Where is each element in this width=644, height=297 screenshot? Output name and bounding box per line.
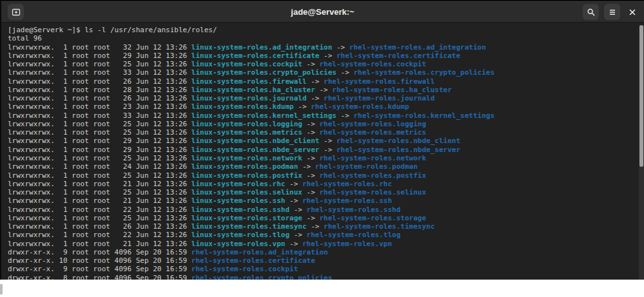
directory-name: rhel-system-roles.firewall — [324, 77, 434, 86]
terminal-line: lrwxrwxrwx. 1 root root 26 Jun 12 13:26 … — [8, 77, 644, 86]
terminal-output[interactable]: [jade@Serverk ~]$ ls -l /usr/share/ansib… — [3, 24, 644, 280]
menu-button[interactable] — [604, 4, 620, 20]
scrollbar[interactable] — [639, 25, 644, 280]
plain-text: -> — [319, 137, 337, 145]
plain-text: -> — [289, 231, 307, 239]
symlink-name: linux-system-roles.journald — [191, 94, 307, 102]
plain-text: drwxr-xr-x. 9 root root 4096 Sep 20 16:5… — [8, 265, 191, 273]
plain-text: -> — [337, 68, 354, 77]
directory-name: rhel-system-roles.metrics — [319, 128, 426, 137]
directory-name: rhel-system-roles.certificate — [337, 52, 460, 60]
plain-text: lrwxrwxrwx. 1 root root 21 Jun 12 13:26 — [8, 240, 191, 248]
plain-text: -> — [294, 102, 311, 111]
plain-text: lrwxrwxrwx. 1 root root 26 Jun 12 13:26 — [8, 222, 191, 231]
terminal-line: drwxr-xr-x. 10 root root 4096 Sep 20 16:… — [8, 256, 644, 265]
plain-text: drwxr-xr-x. 10 root root 4096 Sep 20 16:… — [8, 256, 191, 265]
directory-name: rhel-system-roles.ad_integration — [349, 43, 486, 52]
symlink-name: linux-system-roles.storage — [191, 214, 302, 222]
plain-text: -> — [289, 206, 307, 214]
plain-text: lrwxrwxrwx. 1 root root 32 Jun 12 13:26 — [8, 43, 191, 52]
terminal-line: lrwxrwxrwx. 1 root root 29 Jun 12 13:26 … — [8, 137, 644, 145]
plain-text: lrwxrwxrwx. 1 root root 25 Jun 12 13:26 — [8, 214, 191, 222]
symlink-name: linux-system-roles.selinux — [191, 188, 302, 196]
symlink-name: linux-system-roles.cockpit — [191, 60, 302, 68]
symlink-name: linux-system-roles.sshd — [191, 206, 289, 214]
plain-text: lrwxrwxrwx. 1 root root 26 Jun 12 13:26 — [8, 94, 191, 102]
directory-name: rhel-system-roles.crypto_policies — [353, 68, 494, 77]
plain-text: lrwxrwxrwx. 1 root root 24 Jun 12 13:26 — [8, 162, 191, 171]
plain-text: lrwxrwxrwx. 1 root root 25 Jun 12 13:26 — [8, 188, 191, 196]
plain-text: drwxr-xr-x. 8 root root 4096 Sep 20 16:5… — [8, 274, 191, 280]
plain-text: lrwxrwxrwx. 1 root root 33 Jun 12 13:26 — [8, 68, 191, 77]
plain-text: lrwxrwxrwx. 1 root root 25 Jun 12 13:26 — [8, 171, 191, 180]
plain-text: lrwxrwxrwx. 1 root root 25 Jun 12 13:26 — [8, 154, 191, 162]
directory-name: rhel-system-roles.journald — [324, 94, 434, 102]
terminal-line: drwxr-xr-x. 8 root root 4096 Sep 20 16:5… — [8, 274, 644, 280]
directory-name: rhel-system-roles.logging — [319, 120, 426, 128]
directory-name: rhel-system-roles.cockpit — [191, 265, 298, 273]
plain-text: -> — [302, 188, 320, 196]
terminal-line: lrwxrwxrwx. 1 root root 25 Jun 12 13:26 … — [8, 128, 644, 137]
terminal-line: lrwxrwxrwx. 1 root root 21 Jun 12 13:26 … — [8, 196, 644, 205]
plain-text: -> — [307, 77, 324, 86]
directory-name: rhel-system-roles.sshd — [307, 206, 401, 214]
directory-name: rhel-system-roles.tlog — [307, 231, 401, 239]
directory-name: rhel-system-roles.kernel_settings — [353, 111, 494, 120]
symlink-name: linux-system-roles.tlog — [191, 231, 289, 239]
plain-text: -> — [298, 162, 315, 171]
symlink-name: linux-system-roles.kernel_settings — [191, 111, 337, 120]
symlink-name: linux-system-roles.certificate — [191, 52, 320, 60]
directory-name: rhel-system-roles.ssh — [302, 196, 392, 205]
plain-text: lrwxrwxrwx. 1 root root 25 Jun 12 13:26 — [8, 60, 191, 68]
terminal-line: lrwxrwxrwx. 1 root root 25 Jun 12 13:26 … — [8, 120, 644, 128]
directory-name: rhel-system-roles.postfix — [319, 171, 426, 180]
search-button[interactable] — [583, 4, 599, 20]
symlink-name: linux-system-roles.ssh — [191, 196, 286, 205]
symlink-name: linux-system-roles.podman — [191, 162, 298, 171]
close-button[interactable] — [624, 4, 640, 20]
terminal-window: jade@Serverk:~ [jade@Serverk ~]$ ls -l /… — [0, 0, 644, 280]
plain-text: lrwxrwxrwx. 1 root root 29 Jun 12 13:26 — [8, 146, 191, 154]
terminal-line: lrwxrwxrwx. 1 root root 25 Jun 12 13:26 … — [8, 188, 644, 196]
plain-text: lrwxrwxrwx. 1 root root 23 Jun 12 13:26 — [8, 102, 191, 111]
titlebar[interactable]: jade@Serverk:~ — [1, 1, 644, 23]
plain-text: lrwxrwxrwx. 1 root root 21 Jun 12 13:26 — [8, 180, 191, 188]
plain-text: -> — [285, 196, 302, 205]
scrollbar-thumb[interactable] — [639, 25, 643, 167]
directory-name: rhel-system-roles.podman — [315, 162, 418, 171]
plain-text: -> — [307, 94, 324, 102]
terminal-line: lrwxrwxrwx. 1 root root 28 Jun 12 13:26 … — [8, 86, 644, 94]
terminal-line: lrwxrwxrwx. 1 root root 26 Jun 12 13:26 … — [8, 222, 644, 231]
plain-text: -> — [315, 86, 333, 94]
symlink-name: linux-system-roles.ad_integration — [191, 43, 333, 52]
terminal-line: lrwxrwxrwx. 1 root root 25 Jun 12 13:26 … — [8, 60, 644, 68]
symlink-name: linux-system-roles.postfix — [191, 171, 302, 180]
terminal-line: lrwxrwxrwx. 1 root root 25 Jun 12 13:26 … — [8, 171, 644, 180]
plain-text: -> — [307, 222, 324, 231]
directory-name: rhel-system-roles.certificate — [191, 256, 315, 265]
plain-text: lrwxrwxrwx. 1 root root 22 Jun 12 13:26 — [8, 206, 191, 214]
terminal-line: lrwxrwxrwx. 1 root root 25 Jun 12 13:26 … — [8, 214, 644, 222]
terminal-line: lrwxrwxrwx. 1 root root 33 Jun 12 13:26 … — [8, 68, 644, 77]
desktop-below-window — [0, 280, 644, 297]
directory-name: rhel-system-roles.timesync — [324, 222, 434, 231]
plain-text: -> — [337, 111, 354, 120]
terminal-line: lrwxrwxrwx. 1 root root 23 Jun 12 13:26 … — [8, 102, 644, 111]
terminal-line: lrwxrwxrwx. 1 root root 22 Jun 12 13:26 … — [8, 231, 644, 239]
terminal-line: lrwxrwxrwx. 1 root root 22 Jun 12 13:26 … — [8, 206, 644, 214]
terminal-line: lrwxrwxrwx. 1 root root 26 Jun 12 13:26 … — [8, 94, 644, 102]
plain-text: lrwxrwxrwx. 1 root root 29 Jun 12 13:26 — [8, 137, 191, 145]
terminal-line: lrwxrwxrwx. 1 root root 33 Jun 12 13:26 … — [8, 111, 644, 120]
plain-text: -> — [302, 120, 320, 128]
directory-name: rhel-system-roles.ha_cluster — [332, 86, 451, 94]
terminal-line: [jade@Serverk ~]$ ls -l /usr/share/ansib… — [8, 26, 644, 34]
directory-name: rhel-system-roles.rhc — [302, 180, 392, 188]
plain-text: lrwxrwxrwx. 1 root root 28 Jun 12 13:26 — [8, 86, 191, 94]
window-title: jade@Serverk:~ — [1, 1, 644, 23]
plain-text: -> — [319, 146, 337, 154]
directory-name: rhel-system-roles.crypto_policies — [191, 274, 333, 280]
plain-text: [jade@Serverk ~]$ ls -l /usr/share/ansib… — [8, 26, 217, 34]
directory-name: rhel-system-roles.nbde_client — [337, 137, 460, 145]
plain-text: -> — [302, 214, 320, 222]
terminal-line: lrwxrwxrwx. 1 root root 21 Jun 12 13:26 … — [8, 180, 644, 188]
